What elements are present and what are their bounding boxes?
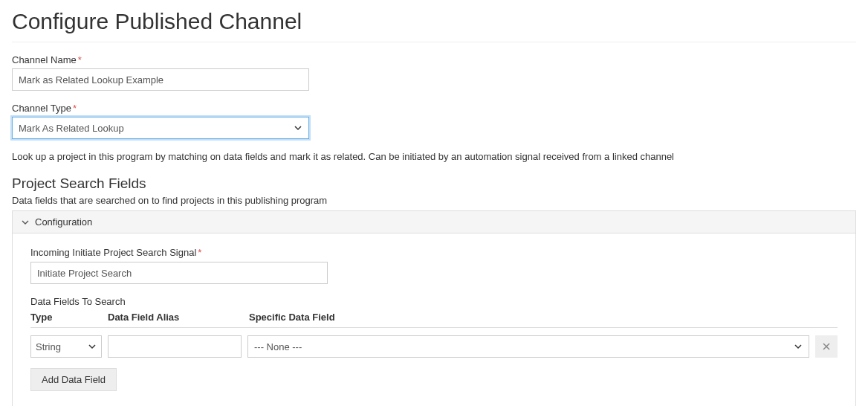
- table-row: String --- None ---: [30, 335, 838, 358]
- channel-type-description: Look up a project in this program by mat…: [12, 151, 856, 162]
- configuration-panel: Configuration Incoming Initiate Project …: [12, 210, 856, 406]
- col-header-specific: Specific Data Field: [249, 312, 812, 323]
- search-fields-heading: Project Search Fields: [12, 175, 856, 192]
- signal-input[interactable]: [30, 262, 328, 284]
- channel-name-input[interactable]: [12, 68, 309, 91]
- required-indicator: *: [78, 54, 82, 65]
- channel-name-label: Channel Name*: [12, 54, 856, 65]
- field-alias-input[interactable]: [108, 335, 242, 358]
- close-icon: [822, 342, 831, 351]
- page-title: Configure Published Channel: [12, 9, 856, 42]
- signal-label: Incoming Initiate Project Search Signal*: [30, 247, 838, 258]
- remove-row-button[interactable]: [815, 335, 838, 358]
- configuration-title: Configuration: [35, 216, 92, 228]
- required-indicator: *: [198, 247, 201, 258]
- search-fields-description: Data fields that are searched on to find…: [12, 195, 856, 206]
- chevron-down-icon: [22, 219, 29, 226]
- channel-type-label: Channel Type*: [12, 103, 856, 114]
- col-header-type: Type: [30, 312, 108, 323]
- required-indicator: *: [73, 103, 77, 114]
- channel-type-select[interactable]: Mark As Related Lookup: [12, 117, 309, 139]
- fields-table-header: Type Data Field Alias Specific Data Fiel…: [30, 312, 838, 328]
- field-type-select[interactable]: String: [30, 335, 102, 358]
- col-header-alias: Data Field Alias: [108, 312, 249, 323]
- configuration-header[interactable]: Configuration: [13, 211, 855, 233]
- add-data-field-button[interactable]: Add Data Field: [30, 368, 117, 391]
- data-fields-to-search-title: Data Fields To Search: [30, 296, 838, 307]
- specific-field-select[interactable]: --- None ---: [247, 335, 809, 358]
